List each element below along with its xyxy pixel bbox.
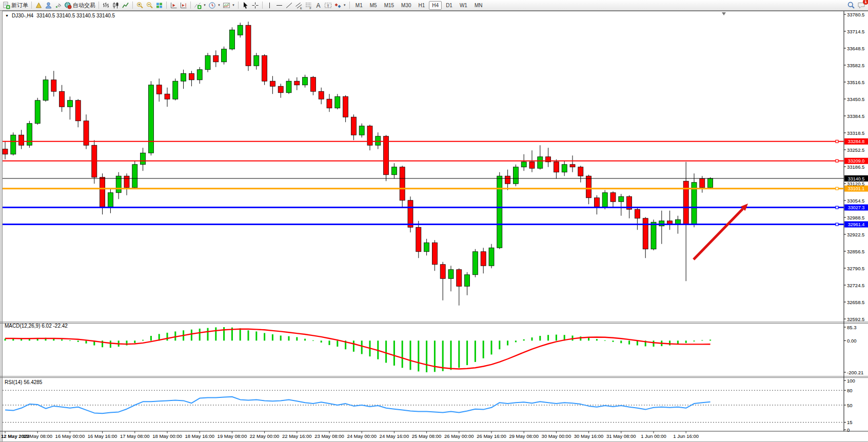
zoom-out-icon [146,2,153,9]
cursor-icon [242,2,249,9]
search-icon [847,1,855,9]
indicators-button[interactable]: ▼ [193,1,207,10]
toolbar-separator [190,2,191,9]
fibonacci-icon: F [305,2,312,9]
svg-text:100: 100 [847,378,855,384]
timeframe-m30[interactable]: M30 [398,1,414,10]
symbol-dropdown-icon[interactable]: ▼ [5,14,9,17]
svg-text:33284.8: 33284.8 [848,139,865,144]
crosshair-button[interactable] [250,1,260,10]
candlestick-chart-button[interactable] [111,1,121,10]
vertical-line-icon [266,2,273,9]
template-icon [223,2,230,9]
chevron-down-icon: ▼ [343,4,346,7]
line-chart-button[interactable] [121,1,130,10]
timeframe-m15[interactable]: M15 [381,1,397,10]
chart-shift-button[interactable] [179,1,188,10]
svg-text:33186.5: 33186.5 [847,164,864,170]
text-label-button[interactable]: T [323,1,333,10]
svg-text:33209.0: 33209.0 [848,158,865,164]
vertical-line-button[interactable] [265,1,274,10]
timeframe-d1[interactable]: D1 [443,1,456,10]
chevron-down-icon: ▼ [232,4,235,7]
toolbar-separator [238,2,239,9]
symbol-quotes: 33140.5 33140.5 33140.5 33140.5 [36,13,115,18]
svg-text:33140.5: 33140.5 [848,176,865,182]
svg-text:50: 50 [847,403,853,408]
svg-text:0: 0 [847,427,850,433]
svg-text:33318.5: 33318.5 [847,130,864,136]
search-button[interactable] [846,1,856,10]
fibonacci-button[interactable]: F [304,1,313,10]
timeframe-m1[interactable]: M1 [352,1,366,10]
timeframe-m5[interactable]: M5 [367,1,380,10]
svg-text:15 May 08:00: 15 May 08:00 [23,433,52,439]
chart-region: 33780.533714.533648.533582.533516.533450… [0,11,868,442]
cone-icon [35,2,43,9]
svg-text:19 May 08:00: 19 May 08:00 [218,433,247,439]
bar-chart-button[interactable] [101,1,111,10]
svg-text:32988.5: 32988.5 [847,215,864,220]
svg-text:T: T [327,3,329,8]
new-order-icon [3,2,10,9]
cursor-button[interactable] [241,1,250,10]
timeframe-mn[interactable]: MN [471,1,486,10]
autotrade-button[interactable]: 自动交易 [63,1,96,10]
toolbar-separator [262,2,263,9]
profile-button[interactable] [44,1,53,10]
svg-text:33054.5: 33054.5 [847,198,864,204]
templates-button[interactable]: ▼ [222,1,236,10]
timeframe-h4[interactable]: H4 [429,1,442,10]
tile-windows-button[interactable] [154,1,164,10]
channel-icon: E [295,2,303,9]
svg-text:80: 80 [847,388,853,393]
chat-button[interactable]: 1 [856,1,866,10]
svg-text:29 May 08:00: 29 May 08:00 [509,433,539,439]
autoscroll-icon [170,2,177,9]
toolbar-separator [349,2,350,9]
autoscroll-button[interactable] [169,1,179,10]
crosshair-icon [251,2,259,9]
svg-text:26 May 16:00: 26 May 16:00 [477,433,506,439]
svg-text:1 Jun 00:00: 1 Jun 00:00 [641,433,666,439]
svg-text:22 May 16:00: 22 May 16:00 [282,433,312,439]
timeframe-h1[interactable]: H1 [416,1,428,10]
horizontal-line-button[interactable] [274,1,284,10]
trendline-button[interactable] [284,1,294,10]
toolbar-separator [166,2,167,9]
svg-text:32922.5: 32922.5 [847,232,864,237]
symbol-name: DJ30-,H4 [12,13,33,18]
line-chart-icon [122,2,129,9]
equidistant-channel-button[interactable]: E [294,1,304,10]
person-icon [45,2,52,9]
timeframe-w1[interactable]: W1 [457,1,470,10]
chart-canvas[interactable]: 33780.533714.533648.533582.533516.533450… [0,11,868,442]
text-a-icon: A [314,2,322,9]
svg-text:15: 15 [847,419,853,425]
svg-text:33384.5: 33384.5 [847,113,864,119]
svg-text:25 May 08:00: 25 May 08:00 [412,433,442,439]
svg-text:1 Jun 16:00: 1 Jun 16:00 [673,433,699,439]
indicators-icon [194,2,202,9]
svg-text:E: E [300,6,302,9]
new-order-button[interactable]: 新订单 [2,1,29,10]
zoom-out-button[interactable] [145,1,154,10]
svg-text:32790.5: 32790.5 [847,266,864,271]
svg-text:32724.5: 32724.5 [847,283,864,288]
periods-button[interactable]: ▼ [207,1,222,10]
signals-button[interactable] [53,1,63,10]
svg-text:22 May 00:00: 22 May 00:00 [250,433,280,439]
svg-text:26 May 00:00: 26 May 00:00 [444,433,474,439]
text-button[interactable]: A [313,1,323,10]
arrows-button[interactable]: ▼ [333,1,347,10]
tile-windows-icon [155,2,163,9]
clock-icon [208,2,216,9]
quotes-button[interactable] [34,1,44,10]
zoom-in-button[interactable] [135,1,145,10]
svg-text:33252.5: 33252.5 [847,147,864,153]
svg-text:0.00: 0.00 [847,338,857,344]
horizontal-line-icon [275,2,283,9]
svg-text:-200.21: -200.21 [847,370,863,375]
svg-text:A: A [316,2,320,9]
svg-text:33780.5: 33780.5 [847,12,864,17]
